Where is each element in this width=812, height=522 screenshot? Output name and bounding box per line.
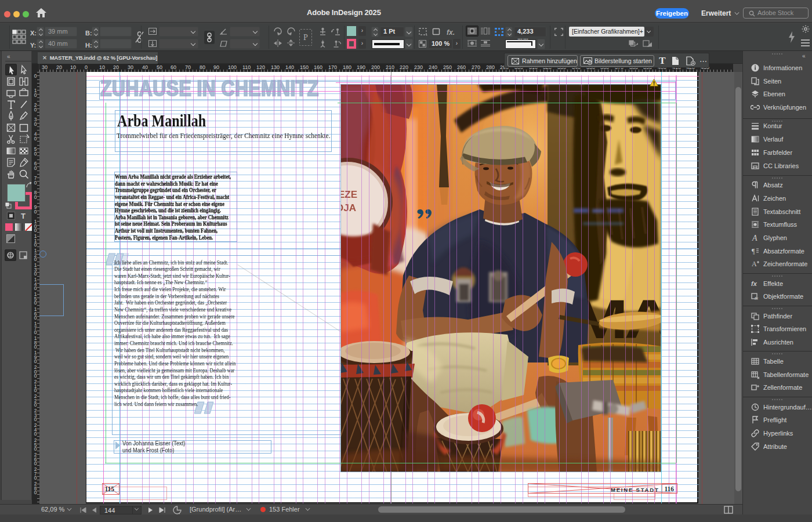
svg-text:fx: fx [751,280,757,287]
svg-text:¶: ¶ [752,247,755,255]
svg-text:A: A [752,234,757,242]
svg-text:A: A [752,260,757,268]
svg-text:fx: fx [755,296,759,301]
